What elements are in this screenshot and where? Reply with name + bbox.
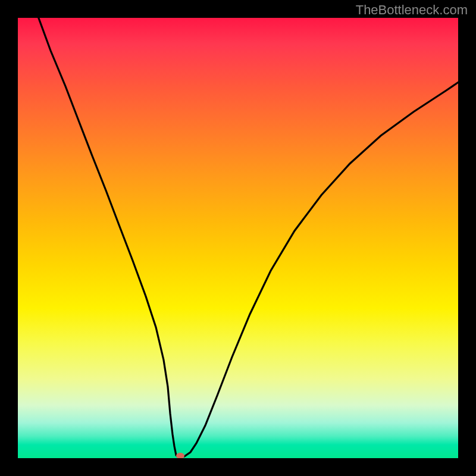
watermark-text: TheBottleneck.com: [356, 2, 468, 18]
curve-svg: [18, 18, 458, 458]
frame-right: [458, 0, 476, 476]
bottleneck-curve-path: [37, 18, 458, 457]
bottleneck-chart: [18, 18, 458, 458]
frame-bottom: [0, 458, 476, 476]
frame-left: [0, 0, 18, 476]
optimal-point-dot: [176, 453, 184, 458]
